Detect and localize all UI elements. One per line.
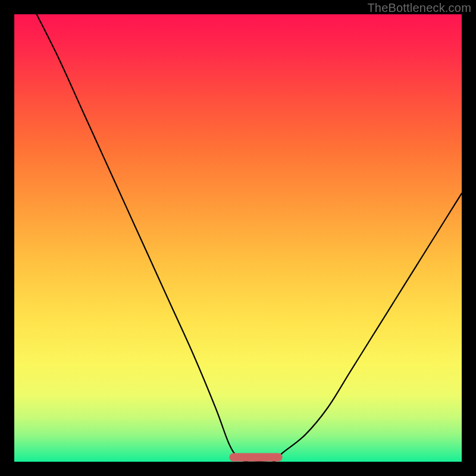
bottleneck-curve-line <box>37 14 462 462</box>
chart-plot-area <box>14 14 462 462</box>
watermark-text: TheBottleneck.com <box>367 1 471 15</box>
chart-frame: TheBottleneck.com <box>0 0 476 476</box>
chart-svg <box>14 14 462 462</box>
